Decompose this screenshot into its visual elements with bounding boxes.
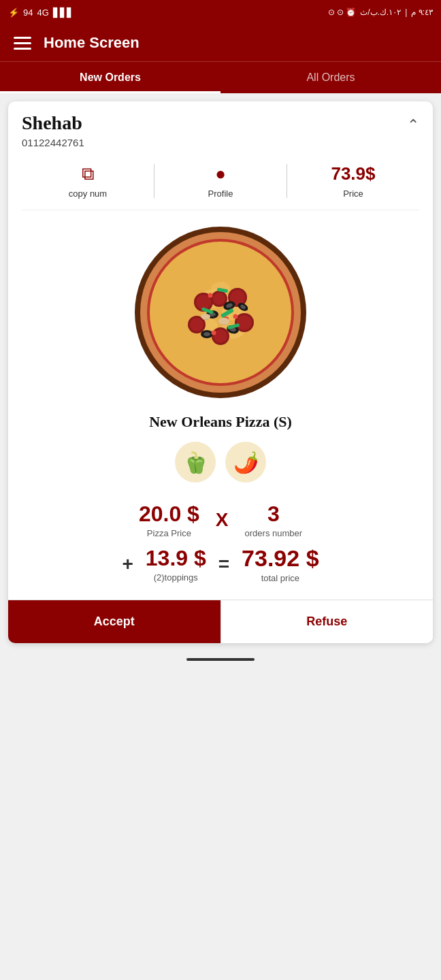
total-price-value: 73.92 $ [242, 545, 318, 572]
hamburger-line-2 [14, 42, 31, 44]
tab-all-orders[interactable]: All Orders [220, 62, 441, 93]
tab-bar: New Orders All Orders [0, 61, 441, 93]
orders-number-value: 3 [267, 502, 280, 527]
pizza-name: New Orleans Pizza (S) [149, 413, 292, 431]
signal-icon: 4G [37, 7, 48, 18]
equals-sign: = [218, 553, 229, 575]
svg-point-37 [233, 314, 238, 319]
svg-point-18 [214, 329, 227, 343]
orders-number-label: orders number [245, 528, 303, 538]
price-row-1: 20.0 $ Pizza Price X 3 orders number [29, 502, 412, 538]
svg-point-16 [237, 315, 252, 330]
order-card: Shehab 01122442761 ⌃ ⧉ copy num ● Profil… [8, 101, 433, 643]
pizza-price-unit: 20.0 $ Pizza Price [139, 502, 199, 538]
svg-point-40 [218, 318, 229, 325]
action-buttons: Accept Refuse [8, 600, 433, 643]
separator: | [405, 7, 407, 17]
battery-level: 94 [23, 7, 33, 18]
refuse-button[interactable]: Refuse [221, 600, 434, 643]
total-price-label: total price [261, 573, 299, 583]
ingredient-pepper: 🫑 [175, 442, 216, 483]
action-row: ⧉ copy num ● Profile 73.9$ Price [22, 157, 419, 210]
hamburger-line-1 [14, 37, 31, 39]
pizza-image [132, 224, 309, 401]
copy-icon: ⧉ [82, 163, 95, 184]
accept-button[interactable]: Accept [8, 600, 220, 643]
profile-label: Profile [208, 189, 233, 199]
topping-price-value: 13.9 $ [146, 546, 206, 571]
ingredients-row: 🫑 🌶️ [175, 442, 266, 483]
status-right: ⊙ ⊙ ⏰ ١٠٢.ك.ب/ث | ٩:٤٣ م [328, 7, 434, 17]
topping-price-unit: 13.9 $ (2)toppings [146, 546, 206, 583]
total-price-unit: 73.92 $ total price [242, 545, 318, 583]
copy-num-label: copy num [69, 189, 107, 199]
svg-point-42 [201, 314, 210, 319]
status-bar: ⚡ 94 4G ▋▋▋ ⊙ ⊙ ⏰ ١٠٢.ك.ب/ث | ٩:٤٣ م [0, 0, 441, 24]
customer-phone: 01122442761 [22, 137, 84, 148]
price-row-2: + 13.9 $ (2)toppings = 73.92 $ total pri… [29, 545, 412, 583]
profile-button[interactable]: ● Profile [154, 163, 287, 199]
svg-point-14 [190, 318, 203, 331]
price-value: 73.9$ [331, 163, 375, 184]
app-header: Home Screen [0, 24, 441, 61]
status-time: ٩:٤٣ م [411, 7, 433, 17]
header-title: Home Screen [44, 34, 140, 52]
pizza-price-label: Pizza Price [147, 528, 191, 538]
price-label: Price [343, 189, 363, 199]
customer-header: Shehab 01122442761 ⌃ [8, 101, 433, 157]
status-date: ١٠٢.ك.ب/ث [360, 7, 401, 17]
tab-new-orders[interactable]: New Orders [0, 62, 220, 93]
customer-info: Shehab 01122442761 [22, 112, 84, 148]
customer-name: Shehab [22, 112, 84, 134]
svg-point-28 [203, 332, 210, 336]
bottom-bar [0, 651, 441, 674]
signal-bars: ▋▋▋ [53, 7, 74, 18]
copy-num-button[interactable]: ⧉ copy num [22, 163, 154, 199]
orders-number-unit: 3 orders number [245, 502, 303, 538]
home-indicator [186, 658, 255, 661]
profile-icon: ● [215, 163, 226, 184]
svg-point-38 [212, 331, 216, 336]
multiply-sign: X [216, 509, 229, 531]
ingredient-chili: 🌶️ [225, 442, 266, 483]
pizza-price-value: 20.0 $ [139, 502, 199, 527]
lightning-icon: ⚡ [8, 7, 19, 18]
topping-label: (2)toppings [154, 572, 198, 583]
svg-point-36 [208, 293, 213, 298]
collapse-icon[interactable]: ⌃ [407, 116, 419, 134]
status-left: ⚡ 94 4G ▋▋▋ [8, 7, 74, 18]
price-display: 73.9$ Price [287, 163, 419, 199]
plus-sign: + [122, 553, 133, 575]
pricing-section: 20.0 $ Pizza Price X 3 orders number + 1… [22, 502, 419, 583]
menu-button[interactable] [14, 37, 31, 50]
status-icons: ⊙ ⊙ ⏰ [328, 7, 357, 17]
svg-point-3 [150, 242, 291, 383]
svg-point-20 [213, 293, 225, 305]
pizza-section: New Orleans Pizza (S) 🫑 🌶️ 20.0 $ Pizza … [8, 210, 433, 600]
hamburger-line-3 [14, 48, 31, 50]
